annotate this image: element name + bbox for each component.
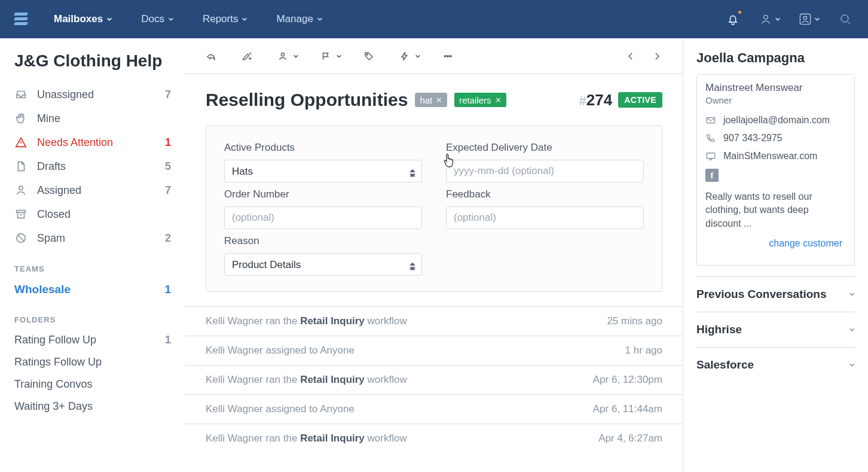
feedback-input[interactable]	[446, 206, 644, 229]
nav-reports-label: Reports	[203, 13, 239, 25]
conversation-toolbar	[185, 38, 683, 74]
conversation-panel: Reselling Opportunities hat ✕ retailers …	[185, 38, 683, 472]
tag-hat[interactable]: hat ✕	[415, 93, 447, 107]
sidebar-item-mine[interactable]: Mine	[0, 106, 185, 130]
tag-remove-icon[interactable]: ✕	[436, 96, 442, 105]
nav-docs-label: Docs	[141, 13, 164, 25]
timeline-row: Kelli Wagner assigned to Anyone 1 hr ago	[185, 336, 683, 365]
timeline-time: Apr 4, 6:27am	[598, 433, 662, 444]
sidebar-item-count: 5	[165, 160, 171, 173]
assign-button[interactable]	[274, 47, 292, 65]
reason-select[interactable]: Product Details	[224, 253, 422, 276]
custom-fields-panel: Active Products Hats Expected Delivery D…	[206, 126, 662, 292]
more-button[interactable]	[439, 47, 457, 65]
sidebar-item-label: Drafts	[37, 160, 155, 173]
sidebar-item-spam[interactable]: Spam 2	[0, 226, 185, 250]
svg-point-4	[19, 186, 23, 190]
chevron-right-icon	[652, 50, 662, 63]
sidebar-team-count: 1	[164, 283, 171, 296]
field-label-feedback: Feedback	[446, 188, 644, 200]
tag-retailers[interactable]: retailers ✕	[454, 93, 506, 107]
users-icon	[758, 11, 774, 27]
nav-manage[interactable]: Manage	[273, 13, 326, 26]
reply-icon	[206, 48, 216, 64]
sidebar-item-closed[interactable]: Closed	[0, 202, 185, 226]
person-square-icon	[797, 11, 813, 27]
nav-reports[interactable]: Reports	[199, 13, 252, 26]
account-menu-button[interactable]	[797, 11, 820, 28]
side-section-label: Highrise	[696, 323, 849, 336]
search-button[interactable]	[837, 11, 854, 28]
chevron-down-icon	[849, 291, 855, 297]
sidebar-item-label: Mine	[37, 112, 161, 125]
file-icon	[14, 160, 27, 173]
sidebar-folder[interactable]: Training Convos	[0, 373, 185, 395]
status-badge: ACTIVE	[618, 92, 662, 108]
chevron-down-icon	[317, 16, 323, 22]
app-logo[interactable]	[14, 11, 29, 28]
nav-docs[interactable]: Docs	[137, 13, 178, 26]
svg-point-8	[366, 53, 368, 54]
reply-button[interactable]	[202, 47, 220, 65]
customer-name: Joella Campagna	[696, 50, 855, 66]
tag-button[interactable]	[360, 47, 378, 65]
person-icon	[277, 48, 288, 64]
chevron-down-icon	[775, 16, 781, 22]
side-section-highrise[interactable]: Highrise	[696, 312, 855, 347]
alert-triangle-icon	[14, 136, 27, 149]
next-conversation-button[interactable]	[648, 47, 666, 65]
facebook-icon[interactable]: f	[705, 169, 719, 182]
sidebar-item-label: Spam	[37, 232, 155, 245]
order-number-input[interactable]	[224, 206, 422, 229]
chevron-down-icon	[106, 16, 112, 22]
customer-company: Mainstreet Menswear	[705, 82, 846, 94]
sidebar-folder[interactable]: Rating Follow Up 1	[0, 329, 185, 351]
timeline: Kelli Wagner ran the Retail Inquiry work…	[185, 306, 683, 453]
workflow-button[interactable]	[396, 47, 414, 65]
field-label-reason: Reason	[224, 235, 422, 247]
timeline-row: Kelli Wagner ran the Retail Inquiry work…	[185, 365, 683, 394]
tag-icon	[363, 48, 374, 64]
notifications-button[interactable]	[725, 11, 741, 28]
chevron-down-icon	[814, 16, 820, 22]
sidebar-item-count: 7	[165, 89, 171, 101]
customer-panel: Joella Campagna Mainstreet Menswear Owne…	[683, 38, 868, 472]
timeline-time: 25 mins ago	[607, 315, 662, 327]
sidebar-folder[interactable]: Waiting 3+ Days	[0, 395, 185, 418]
customer-email-row[interactable]: joellajoella@domain.com	[705, 111, 846, 129]
sidebar-item-count: 2	[165, 232, 171, 245]
field-label-order-number: Order Number	[224, 188, 422, 200]
sidebar-item-unassigned[interactable]: Unassigned 7	[0, 83, 185, 106]
status-button[interactable]	[317, 47, 335, 65]
archive-icon	[14, 208, 27, 221]
timeline-time: Apr 6, 12:30pm	[593, 374, 662, 386]
dots-icon	[442, 48, 453, 64]
sidebar-item-count: 1	[165, 136, 171, 149]
customer-phone-row[interactable]: 907 343-2975	[705, 129, 846, 147]
sidebar-team-wholesale[interactable]: Wholesale 1	[0, 278, 185, 301]
customer-website-row[interactable]: MainStMenswear.com	[705, 147, 846, 165]
svg-point-11	[450, 55, 451, 57]
users-menu-button[interactable]	[758, 11, 781, 28]
sidebar-item-needs-attention[interactable]: Needs Attention 1	[0, 130, 185, 154]
side-section-label: Salesforce	[696, 358, 849, 371]
sidebar-item-drafts[interactable]: Drafts 5	[0, 154, 185, 178]
tag-remove-icon[interactable]: ✕	[495, 96, 502, 105]
svg-point-9	[444, 55, 446, 57]
active-products-select[interactable]: Hats	[224, 160, 422, 182]
sidebar-item-label: Unassigned	[37, 89, 155, 101]
chevron-down-icon	[242, 16, 247, 22]
customer-note: Really wants to resell our clothing, but…	[705, 190, 846, 230]
side-section-previous-conversations[interactable]: Previous Conversations	[696, 276, 855, 312]
nav-mailboxes[interactable]: Mailboxes	[50, 13, 116, 26]
sidebar-item-assigned[interactable]: Assigned 7	[0, 178, 185, 202]
side-section-salesforce[interactable]: Salesforce	[696, 347, 855, 382]
prev-conversation-button[interactable]	[622, 47, 640, 65]
expected-delivery-input[interactable]	[446, 160, 644, 182]
change-customer-button[interactable]: change customer	[765, 237, 846, 249]
phone-icon	[705, 133, 716, 144]
nav-mailboxes-label: Mailboxes	[54, 13, 103, 25]
note-button[interactable]	[238, 47, 256, 65]
side-section-label: Previous Conversations	[696, 288, 849, 301]
sidebar-folder[interactable]: Ratings Follow Up	[0, 351, 185, 373]
